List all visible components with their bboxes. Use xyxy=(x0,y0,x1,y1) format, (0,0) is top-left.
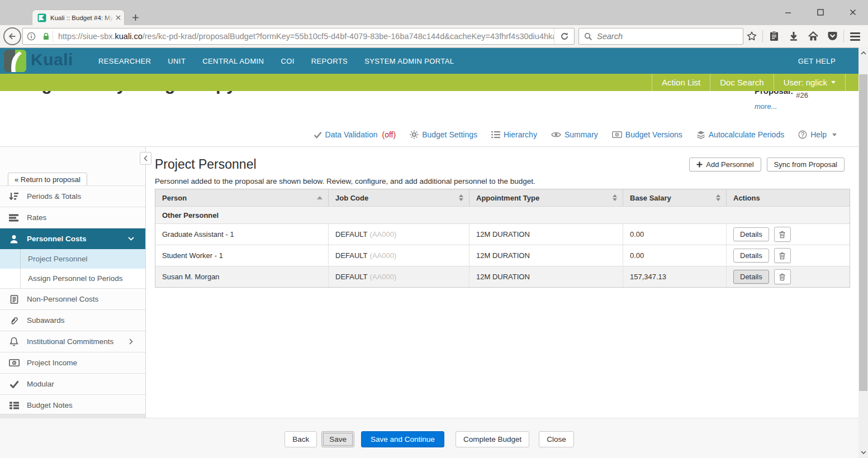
user-menu[interactable]: User: nglick xyxy=(774,74,845,91)
nav-central-admin[interactable]: CENTRAL ADMIN xyxy=(202,57,264,65)
window-titlebar: Kuali :: Budget #4: My Budg xyxy=(0,0,868,25)
delete-row-button[interactable] xyxy=(774,248,791,263)
sidebar-item-modular[interactable]: Modular xyxy=(0,373,145,394)
browser-tab[interactable]: Kuali :: Budget #4: My Budg xyxy=(32,9,125,25)
details-button[interactable]: Details xyxy=(733,249,769,263)
primary-nav: RESEARCHER UNIT CENTRAL ADMIN COI REPORT… xyxy=(98,48,454,74)
nav-researcher[interactable]: RESEARCHER xyxy=(98,57,151,65)
banknote-icon xyxy=(612,131,622,138)
complete-budget-button[interactable]: Complete Budget xyxy=(456,431,529,447)
details-button[interactable]: Details xyxy=(733,270,769,284)
save-and-continue-button[interactable]: Save and Continue xyxy=(361,431,444,447)
doc-search-link[interactable]: Doc Search xyxy=(710,74,773,91)
action-list-link[interactable]: Action List xyxy=(652,74,710,91)
document-icon xyxy=(8,295,20,304)
app-header: Kuali RESEARCHER UNIT CENTRAL ADMIN COI … xyxy=(0,48,858,74)
save-button[interactable]: Save xyxy=(321,431,354,447)
column-header-base-salary[interactable]: Base Salary xyxy=(623,189,727,206)
reload-icon xyxy=(560,32,569,41)
column-header-appointment-type[interactable]: Appointment Type xyxy=(469,189,623,206)
sidebar-item-non-personnel-costs[interactable]: Non-Personnel Costs xyxy=(0,288,145,309)
search-icon xyxy=(584,32,592,41)
nav-reports[interactable]: REPORTS xyxy=(311,57,348,65)
search-input[interactable]: Search xyxy=(578,28,743,45)
person-cell: Graduate Assistant - 1 xyxy=(155,224,329,245)
address-bar[interactable]: https://siue-sbx.kuali.co/res/kc-pd-krad… xyxy=(22,28,575,45)
sidebar-item-project-personnel[interactable]: Project Personnel xyxy=(0,249,145,269)
person-cell: Student Worker - 1 xyxy=(155,245,329,266)
back-button[interactable]: Back xyxy=(284,431,317,447)
help-icon xyxy=(798,130,807,139)
rates-icon xyxy=(8,214,20,222)
budget-menubar: Data Validation (off) Budget Settings Hi… xyxy=(314,130,837,139)
autocalculate-periods-link[interactable]: Autocalculate Periods xyxy=(696,130,784,139)
nav-unit[interactable]: UNIT xyxy=(168,57,186,65)
downloads-icon[interactable] xyxy=(784,28,803,45)
sidebar-item-rates[interactable]: Rates xyxy=(0,207,145,228)
banknote-icon xyxy=(8,359,20,366)
job-code-cell: DEFAULT(AA000) xyxy=(329,245,469,266)
section-title: Project Personnel xyxy=(155,157,257,172)
sidebar-item-assign-personnel[interactable]: Assign Personnel to Periods xyxy=(0,269,145,288)
hierarchy-link[interactable]: Hierarchy xyxy=(491,130,537,139)
sidebar-item-personnel-costs[interactable]: Personnel Costs xyxy=(0,228,145,249)
sidebar-item-institutional-commitments[interactable]: Institutional Commitments xyxy=(0,331,145,352)
lock-icon[interactable] xyxy=(40,31,53,42)
sort-amount-icon xyxy=(8,192,20,201)
home-icon[interactable] xyxy=(803,28,823,45)
actions-cell: Details xyxy=(727,224,850,245)
info-icon[interactable] xyxy=(23,32,40,41)
page-scrollbar[interactable] xyxy=(858,47,868,458)
sidebar-item-budget-notes[interactable]: Budget Notes xyxy=(0,394,145,416)
nav-coi[interactable]: COI xyxy=(281,57,294,65)
details-button[interactable]: Details xyxy=(733,227,769,241)
close-window-button[interactable] xyxy=(843,5,862,20)
reading-list-icon[interactable] xyxy=(764,28,784,45)
budget-versions-link[interactable]: Budget Versions xyxy=(612,130,682,139)
check-icon xyxy=(8,380,20,388)
brand-name[interactable]: Kuali xyxy=(31,50,73,69)
plus-icon xyxy=(696,161,703,168)
sidebar-item-periods-totals[interactable]: Periods & Totals xyxy=(0,185,145,207)
kuali-logo xyxy=(3,49,27,73)
add-personnel-button[interactable]: Add Personnel xyxy=(689,158,761,171)
back-navigation-button[interactable] xyxy=(3,27,21,45)
menu-icon[interactable] xyxy=(845,28,865,45)
more-link[interactable]: more... xyxy=(755,102,777,111)
nav-system-admin-portal[interactable]: SYSTEM ADMIN PORTAL xyxy=(364,57,454,65)
plus-icon xyxy=(132,14,139,21)
maximize-button[interactable] xyxy=(811,5,830,20)
column-header-job-code[interactable]: Job Code xyxy=(329,189,469,206)
minimize-button[interactable] xyxy=(779,5,798,20)
bookmark-star-icon[interactable] xyxy=(742,28,761,45)
arrow-left-icon xyxy=(8,32,17,41)
delete-row-button[interactable] xyxy=(774,227,791,242)
sidebar-item-project-income[interactable]: Project Income xyxy=(0,352,145,373)
return-to-proposal-button[interactable]: « Return to proposal xyxy=(8,173,87,187)
sidebar-collapse-button[interactable] xyxy=(140,152,151,165)
budget-settings-link[interactable]: Budget Settings xyxy=(410,130,477,139)
reload-button[interactable] xyxy=(554,28,574,44)
summary-link[interactable]: Summary xyxy=(551,130,598,139)
sync-from-proposal-button[interactable]: Sync from Proposal xyxy=(767,158,845,171)
help-menu[interactable]: Help xyxy=(798,130,837,139)
check-icon xyxy=(314,131,322,139)
tab-close-icon[interactable] xyxy=(116,15,121,20)
scroll-up-icon[interactable] xyxy=(858,49,868,58)
tab-title: Kuali :: Budget #4: My Budg xyxy=(50,15,113,21)
section-actions: Add Personnel Sync from Proposal xyxy=(689,158,845,171)
column-header-person[interactable]: Person xyxy=(155,189,329,206)
scroll-down-icon[interactable] xyxy=(858,448,868,457)
scrollbar-thumb[interactable] xyxy=(859,74,867,391)
new-tab-button[interactable] xyxy=(129,12,141,22)
window-controls xyxy=(779,4,862,20)
browser-window: Kuali :: Budget #4: My Budg xyxy=(0,0,868,458)
delete-row-button[interactable] xyxy=(774,269,791,284)
close-button[interactable]: Close xyxy=(539,431,574,447)
get-help-link[interactable]: GET HELP xyxy=(798,48,836,74)
pocket-icon[interactable] xyxy=(823,28,842,45)
data-validation-link[interactable]: Data Validation (off) xyxy=(314,130,396,139)
form-footer: Back Save Save and Continue Complete Bud… xyxy=(0,418,858,458)
kuali-favicon xyxy=(37,13,46,22)
sidebar-item-subawards[interactable]: Subawards xyxy=(0,309,145,331)
